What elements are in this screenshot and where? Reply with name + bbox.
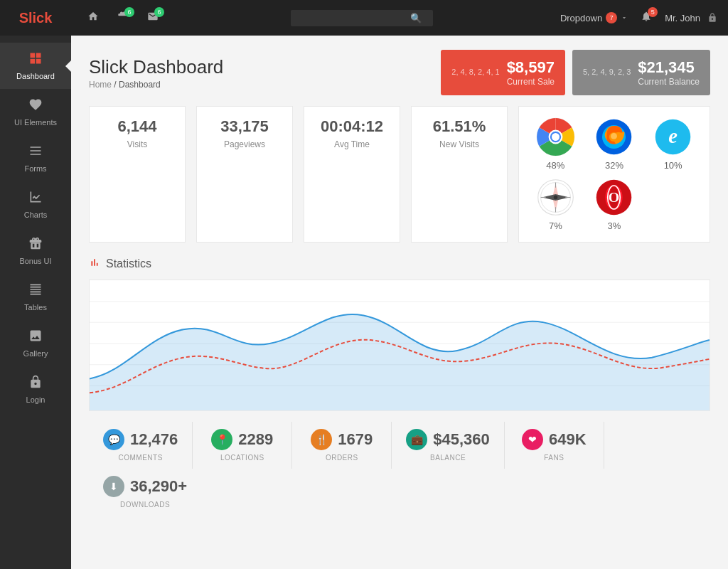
search-box: 🔍 xyxy=(291,10,433,26)
sidebar-item-bonus[interactable]: Bonus UI xyxy=(0,228,71,274)
safari-icon xyxy=(536,178,575,217)
chrome-icon xyxy=(536,117,575,156)
lock-icon xyxy=(28,375,43,393)
browser-ie: e 10% xyxy=(653,117,692,171)
stat-value-newvisits: 61.51% xyxy=(426,117,493,136)
card-label-2: Current Balance xyxy=(638,77,700,87)
gallery-icon xyxy=(28,329,43,346)
stat-newvisits: 61.51% New Visits xyxy=(411,106,508,243)
sidebar-item-charts[interactable]: Charts xyxy=(0,181,71,228)
page-title: Slick Dashboard xyxy=(89,56,223,78)
stat-value-pageviews: 33,175 xyxy=(211,117,278,136)
orders-icon: 🍴 xyxy=(311,429,332,450)
mail-badge: 6 xyxy=(154,7,164,17)
stats-browser-row: 6,144 Visits 33,175 Pageviews 00:04:12 A… xyxy=(89,106,710,243)
sidebar-label-tables: Tables xyxy=(24,303,47,312)
sidebar-label-bonus: Bonus UI xyxy=(19,257,51,265)
sidebar-item-dashboard[interactable]: Dashboard xyxy=(0,43,71,89)
svg-text:e: e xyxy=(668,125,678,147)
stat-label-avgtime: Avg Time xyxy=(318,139,385,149)
bottom-stat-orders: 🍴 1679 ORDERS xyxy=(292,422,392,469)
card-numbers-1: 2, 4, 8, 2, 4, 1 xyxy=(451,67,499,78)
gift-nav-icon[interactable]: 6 xyxy=(112,7,134,28)
sidebar-item-login[interactable]: Login xyxy=(0,366,71,413)
sidebar-logo: Slick xyxy=(0,0,71,36)
svg-point-12 xyxy=(611,133,618,139)
browser-firefox: 32% xyxy=(594,117,633,171)
sidebar-label-login: Login xyxy=(26,395,46,404)
logo: Slick xyxy=(19,10,53,26)
search-button[interactable]: 🔍 xyxy=(410,13,422,23)
card-label-1: Current Sale xyxy=(507,77,555,87)
sidebar-item-gallery[interactable]: Gallery xyxy=(0,320,71,366)
dropdown-badge: 7 xyxy=(606,12,617,23)
sidebar-label-ui: UI Elements xyxy=(14,118,57,127)
opera-icon: O xyxy=(594,178,633,217)
stat-value-visits: 6,144 xyxy=(104,117,171,136)
browser-chrome: 48% xyxy=(536,117,575,171)
fans-value: 649K xyxy=(549,430,587,449)
bottom-stat-locations: 📍 2289 LOCATIONS xyxy=(193,422,292,469)
logo-accent: S xyxy=(19,10,28,26)
balance-value: $45,360 xyxy=(433,430,490,449)
header-cards: 2, 4, 8, 2, 4, 1 $8,597 Current Sale 5, … xyxy=(441,50,710,95)
bell-badge: 5 xyxy=(648,7,658,17)
tables-icon xyxy=(28,282,43,300)
stat-label-visits: Visits xyxy=(104,139,171,149)
comments-icon: 💬 xyxy=(103,429,124,450)
stats-col: 6,144 Visits 33,175 Pageviews 00:04:12 A… xyxy=(89,106,508,243)
balance-label: BALANCE xyxy=(430,454,466,462)
forms-icon xyxy=(28,144,43,161)
card-amount-2: $21,345 xyxy=(638,58,700,77)
downloads-icon: ⬇ xyxy=(103,476,124,497)
browser-safari: 7% xyxy=(536,178,575,231)
firefox-icon xyxy=(594,117,633,156)
svg-point-19 xyxy=(554,196,558,200)
stat-pageviews: 33,175 Pageviews xyxy=(196,106,293,243)
safari-pct: 7% xyxy=(549,220,562,231)
downloads-label: DOWNLOADS xyxy=(120,501,170,509)
sidebar-nav: Dashboard UI Elements Forms Charts Bonus xyxy=(0,43,71,413)
gift-badge: 6 xyxy=(124,7,134,17)
heart-icon xyxy=(28,97,43,115)
bottom-stat-fans: ❤ 649K FANS xyxy=(505,422,604,469)
svg-rect-3 xyxy=(36,59,41,64)
charts-icon xyxy=(28,190,43,208)
comments-label: COMMENTS xyxy=(118,454,162,462)
browser-card: 48% 32% xyxy=(518,106,710,243)
statistics-section: Statistics xyxy=(89,257,710,516)
search-input[interactable] xyxy=(296,13,410,23)
user-lock-icon xyxy=(707,13,717,23)
home-nav-icon[interactable] xyxy=(82,7,105,28)
sidebar-item-ui-elements[interactable]: UI Elements xyxy=(0,89,71,135)
svg-rect-1 xyxy=(36,53,41,58)
bottom-stats: 💬 12,476 COMMENTS 📍 2289 LOCATIONS 🍴 xyxy=(89,422,710,516)
dropdown-button[interactable]: Dropdown 7 xyxy=(560,12,628,23)
orders-value: 1679 xyxy=(338,430,373,449)
svg-text:O: O xyxy=(609,189,619,205)
sidebar-label-forms: Forms xyxy=(24,164,46,173)
content: Slick Dashboard Home / Dashboard 2, 4, 8… xyxy=(71,36,728,569)
bell-nav-icon[interactable]: 5 xyxy=(635,7,658,28)
stat-value-avgtime: 00:04:12 xyxy=(318,117,385,136)
breadcrumb-home[interactable]: Home xyxy=(89,80,112,90)
header-card-balance: 5, 2, 4, 9, 2, 3 $21,345 Current Balance xyxy=(572,50,710,95)
stat-visits: 6,144 Visits xyxy=(89,106,186,243)
firefox-pct: 32% xyxy=(605,160,623,171)
stat-label-pageviews: Pageviews xyxy=(211,139,278,149)
gift-icon xyxy=(28,236,43,254)
sidebar-item-forms[interactable]: Forms xyxy=(0,135,71,181)
stat-label-newvisits: New Visits xyxy=(426,139,493,149)
sidebar-label-charts: Charts xyxy=(24,211,47,219)
ie-pct: 10% xyxy=(664,160,682,171)
sidebar: Slick Dashboard UI Elements Forms xyxy=(0,0,71,569)
sidebar-item-tables[interactable]: Tables xyxy=(0,274,71,320)
balance-icon: 💼 xyxy=(406,429,427,450)
mail-nav-icon[interactable]: 6 xyxy=(141,7,164,28)
topnav: 6 6 🔍 Dropdown 7 5 Mr. John xyxy=(71,0,728,36)
svg-point-8 xyxy=(552,133,560,141)
user-name: Mr. John xyxy=(665,13,700,23)
sidebar-label-dashboard: Dashboard xyxy=(16,72,55,80)
topnav-right: Dropdown 7 5 Mr. John xyxy=(560,7,717,28)
comments-value: 12,476 xyxy=(130,430,178,449)
